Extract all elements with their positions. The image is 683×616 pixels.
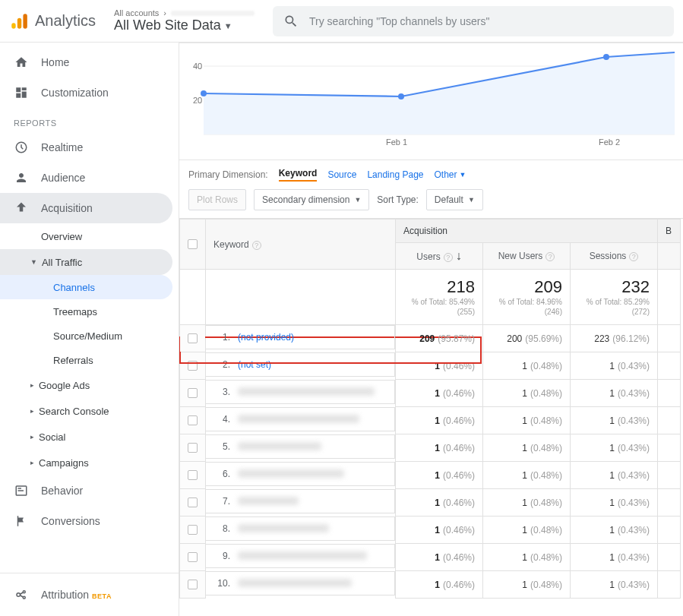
cell-sessions: 1 xyxy=(609,470,615,481)
row-rank: 4. xyxy=(217,414,230,425)
cell-users: 1 xyxy=(435,498,440,508)
nav-campaigns[interactable]: ▸Campaigns xyxy=(0,450,172,475)
svg-text:40: 40 xyxy=(193,62,202,71)
svg-point-8 xyxy=(23,591,25,593)
controls-row: Plot Rows Secondary dimension▼ Sort Type… xyxy=(179,189,683,218)
row-checkbox[interactable] xyxy=(188,525,198,535)
svg-rect-5 xyxy=(18,488,22,489)
cell-new-users: 200 xyxy=(507,333,522,344)
table-row: 6. 1(0.46%) 1(0.48%) 1(0.43%) xyxy=(180,462,681,489)
dim-source[interactable]: Source xyxy=(327,169,356,180)
col-new-users[interactable]: New Users xyxy=(498,251,543,261)
nav-customization[interactable]: Customization xyxy=(0,77,172,108)
cell-new-users: 1 xyxy=(522,470,527,481)
col-keyword[interactable]: Keyword xyxy=(213,239,249,250)
cell-new-users: 1 xyxy=(522,552,527,563)
redacted-keyword xyxy=(238,442,321,450)
attribution-icon xyxy=(14,587,29,602)
nav-behavior[interactable]: Behavior xyxy=(0,475,172,506)
total-new-users: 209 xyxy=(491,277,562,297)
sort-type-button[interactable]: Default▼ xyxy=(426,189,483,210)
redacted-keyword xyxy=(238,551,367,560)
nav-home[interactable]: Home xyxy=(0,47,172,77)
nav-channels[interactable]: Channels xyxy=(0,275,172,299)
row-rank: 7. xyxy=(217,496,230,507)
cell-sessions: 1 xyxy=(609,580,615,590)
help-icon[interactable]: ? xyxy=(444,253,453,262)
table-row: 8. 1(0.46%) 1(0.48%) 1(0.43%) xyxy=(180,516,681,544)
svg-point-9 xyxy=(23,596,25,599)
table-row: 2.(not set) 1(0.46%) 1(0.48%) 1(0.43%) xyxy=(180,352,681,380)
help-icon[interactable]: ? xyxy=(545,252,555,261)
search-bar[interactable] xyxy=(273,6,674,36)
help-icon[interactable]: ? xyxy=(252,241,261,250)
row-checkbox[interactable] xyxy=(188,580,198,589)
nav-attribution[interactable]: AttributionBETA xyxy=(0,580,172,610)
redacted-keyword xyxy=(238,469,344,478)
nav-google-ads[interactable]: ▸Google Ads xyxy=(0,372,172,398)
redacted-keyword xyxy=(238,387,375,396)
row-checkbox[interactable] xyxy=(188,415,198,425)
row-rank: 9. xyxy=(217,551,230,561)
total-users: 218 xyxy=(403,277,475,297)
nav-search-console[interactable]: ▸Search Console xyxy=(0,398,172,424)
keyword-link[interactable]: (not set) xyxy=(238,359,271,370)
col-users[interactable]: Users xyxy=(416,251,440,262)
col-sessions[interactable]: Sessions xyxy=(590,251,627,261)
cell-sessions: 1 xyxy=(609,498,615,508)
nav-social[interactable]: ▸Social xyxy=(0,424,172,450)
row-rank: 2. xyxy=(217,359,230,370)
view-name: All Web Site Data ▼ xyxy=(114,17,255,33)
row-checkbox[interactable] xyxy=(188,443,198,453)
cell-new-users: 1 xyxy=(522,498,527,508)
line-chart[interactable]: 40 20 Feb 1 Feb 2 xyxy=(188,43,675,150)
plot-rows-button[interactable]: Plot Rows xyxy=(188,189,246,210)
home-icon xyxy=(14,55,29,70)
svg-text:20: 20 xyxy=(193,96,202,105)
row-checkbox[interactable] xyxy=(188,333,198,343)
nav-acquisition[interactable]: Acquisition xyxy=(0,193,172,223)
sort-desc-icon[interactable]: ↓ xyxy=(456,249,462,262)
svg-text:Feb 1: Feb 1 xyxy=(386,137,407,147)
row-checkbox[interactable] xyxy=(188,470,198,480)
cell-sessions: 1 xyxy=(609,388,615,399)
nav-acq-overview[interactable]: Overview xyxy=(0,223,172,249)
cell-users: 209 xyxy=(419,333,435,344)
keyword-link[interactable]: (not provided) xyxy=(238,332,294,343)
logo[interactable]: Analytics xyxy=(9,11,96,31)
cell-sessions: 1 xyxy=(609,525,615,535)
nav-treemaps[interactable]: Treemaps xyxy=(0,299,172,324)
view-switcher[interactable]: All accounts› All Web Site Data ▼ xyxy=(114,8,255,33)
dim-landing[interactable]: Landing Page xyxy=(367,169,423,180)
chart-area: 40 20 Feb 1 Feb 2 xyxy=(179,43,683,160)
nav-audience[interactable]: Audience xyxy=(0,163,172,193)
dim-other[interactable]: Other▼ xyxy=(435,169,466,180)
cell-sessions: 223 xyxy=(594,333,609,344)
select-all-checkbox[interactable] xyxy=(188,239,198,249)
row-rank: 3. xyxy=(217,387,230,397)
nav-conversions[interactable]: Conversions xyxy=(0,506,172,536)
nav-referrals[interactable]: Referrals xyxy=(0,348,172,372)
row-checkbox[interactable] xyxy=(188,552,198,562)
product-name: Analytics xyxy=(35,12,96,30)
search-input[interactable] xyxy=(309,15,663,27)
nav-all-traffic[interactable]: ▼All Traffic xyxy=(0,249,172,275)
cell-users: 1 xyxy=(435,470,440,481)
row-checkbox[interactable] xyxy=(188,361,198,371)
nav-realtime[interactable]: Realtime xyxy=(0,132,172,163)
help-icon[interactable]: ? xyxy=(629,252,638,261)
dim-keyword[interactable]: Keyword xyxy=(279,168,318,182)
cell-new-users: 1 xyxy=(522,361,527,371)
row-checkbox[interactable] xyxy=(188,498,198,507)
row-rank: 1. xyxy=(217,332,230,343)
redacted-keyword xyxy=(238,497,299,505)
total-sessions: 232 xyxy=(578,277,650,297)
cell-sessions: 1 xyxy=(609,443,615,453)
caret-right-icon: ▸ xyxy=(30,433,34,441)
nav-source-medium[interactable]: Source/Medium xyxy=(0,324,172,348)
analytics-logo-icon xyxy=(9,11,29,31)
svg-rect-2 xyxy=(23,14,27,29)
row-checkbox[interactable] xyxy=(188,388,198,398)
secondary-dimension-button[interactable]: Secondary dimension▼ xyxy=(254,189,369,210)
svg-point-17 xyxy=(201,90,207,96)
